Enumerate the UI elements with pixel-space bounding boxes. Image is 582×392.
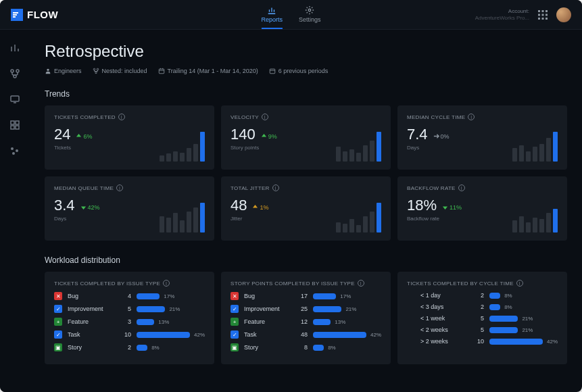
- dist-bar: [489, 316, 518, 322]
- dist-label: Feature: [244, 318, 291, 325]
- svg-rect-17: [11, 121, 14, 124]
- dist-bar: [313, 306, 341, 312]
- gear-icon: [305, 5, 314, 15]
- spark-bar: [539, 144, 544, 162]
- info-icon[interactable]: i: [358, 280, 364, 287]
- dist-count: 4: [120, 293, 131, 299]
- sparkline: [160, 132, 205, 162]
- dist-label: Story: [68, 344, 115, 351]
- spark-bar: [166, 153, 171, 162]
- dist-card: STORY POINTS COMPLETED BY ISSUE TYPE i ✕…: [221, 272, 391, 364]
- task-icon: ✓: [54, 330, 62, 339]
- dist-count: 8: [297, 344, 308, 351]
- dist-bar: [313, 293, 336, 299]
- info-icon[interactable]: i: [272, 185, 279, 191]
- filter-bar: Engineers Nested: included Trailing 14 (…: [45, 68, 567, 74]
- spark-bar: [200, 132, 205, 162]
- card-title: VELOCITY i: [231, 114, 381, 120]
- dist-count: 5: [473, 315, 484, 322]
- dist-card: TICKETS COMPLETED BY CYCLE TIME i < 1 da…: [397, 272, 567, 364]
- main-content: Retrospective Engineers Nested: included…: [30, 30, 582, 392]
- svg-rect-9: [545, 14, 548, 16]
- spark-bar: [180, 153, 185, 162]
- dist-count: 5: [120, 305, 131, 312]
- dist-pct: 42%: [194, 332, 205, 338]
- sidebar-item-activity[interactable]: [9, 42, 21, 54]
- svg-rect-12: [545, 18, 548, 20]
- dist-row: < 2 weeks 5 21%: [407, 326, 558, 333]
- metric-value: 3.4: [54, 197, 75, 214]
- nav-reports[interactable]: Reports: [261, 0, 283, 29]
- dist-count: 48: [297, 331, 308, 338]
- user-avatar[interactable]: [556, 7, 571, 22]
- filter-periods[interactable]: 6 previous periods: [269, 68, 329, 74]
- account-area: Account: AdventureWorks Pro...: [475, 7, 571, 22]
- metric-card[interactable]: MEDIAN QUEUE TIME i 3.4 42% Days: [45, 176, 214, 241]
- metric-card[interactable]: VELOCITY i 140 9% Story points: [221, 105, 391, 170]
- filter-daterange[interactable]: Trailing 14 (Mar 1 - Mar 14, 2020): [158, 68, 258, 74]
- dist-bar: [489, 339, 543, 345]
- metric-card[interactable]: TOTAL JITTER i 48 1% Jitter: [221, 176, 391, 241]
- sidebar-item-nodes[interactable]: [9, 145, 21, 157]
- spark-bar: [193, 207, 198, 232]
- sidebar-item-monitor[interactable]: [9, 93, 21, 105]
- spark-bar: [193, 144, 198, 162]
- nav-settings-label: Settings: [299, 16, 321, 23]
- svg-rect-4: [538, 10, 540, 12]
- info-icon[interactable]: i: [262, 114, 268, 120]
- dist-bar: [137, 332, 190, 338]
- info-icon[interactable]: i: [118, 114, 125, 120]
- dist-row: + Feature 12 13%: [231, 318, 381, 326]
- info-icon[interactable]: i: [116, 185, 123, 191]
- dist-label: < 1 day: [420, 292, 468, 299]
- topbar: FLOW Reports Settings Account: Adventure…: [0, 0, 582, 30]
- spark-bar: [526, 222, 531, 232]
- dist-row: ▣ Story 8 8%: [231, 343, 381, 351]
- sidebar-item-branches[interactable]: [9, 68, 21, 80]
- spark-bar: [160, 155, 164, 162]
- info-icon[interactable]: i: [516, 280, 523, 287]
- info-icon[interactable]: i: [458, 185, 465, 191]
- metric-card[interactable]: MEDIAN CYCLE TIME i 7.4 0% Days: [397, 105, 567, 170]
- svg-rect-7: [538, 14, 540, 16]
- spark-bar: [336, 147, 341, 162]
- task-icon: ✓: [231, 330, 239, 339]
- dist-pct: 21%: [169, 306, 180, 312]
- metric-value: 7.4: [407, 126, 428, 143]
- dist-count: 2: [473, 292, 484, 299]
- dist-pct: 21%: [345, 306, 356, 312]
- apps-grid-icon[interactable]: [537, 9, 548, 20]
- card-title: TOTAL JITTER i: [231, 185, 381, 191]
- sparkline: [160, 203, 205, 232]
- metric-card[interactable]: BACKFLOW RATE i 18% 11% Backflow rate: [397, 176, 567, 241]
- dist-row: ✓ Task 10 42%: [54, 330, 205, 339]
- chart-icon: [267, 5, 276, 15]
- svg-rect-11: [542, 18, 544, 20]
- dist-pct: 13%: [335, 319, 345, 325]
- spark-bar: [160, 216, 164, 232]
- svg-point-3: [309, 9, 312, 11]
- dist-count: 25: [297, 305, 308, 312]
- spark-bar: [546, 213, 551, 232]
- dist-label: Task: [68, 331, 115, 338]
- spark-bar: [546, 138, 551, 162]
- spark-bar: [173, 151, 178, 162]
- section-trends-title: Trends: [45, 89, 567, 99]
- info-icon[interactable]: i: [468, 114, 475, 120]
- brand-logo[interactable]: FLOW: [11, 9, 58, 21]
- spark-bar: [512, 220, 517, 232]
- dist-pct: 8%: [151, 345, 160, 351]
- dist-label: Task: [244, 331, 291, 338]
- dist-bar: [313, 345, 324, 351]
- metric-card[interactable]: TICKETS COMPLETED i 24 6% Tickets: [45, 105, 214, 170]
- dist-pct: 17%: [340, 293, 351, 299]
- dist-label: Bug: [68, 293, 115, 299]
- svg-point-26: [97, 68, 99, 70]
- filter-nested[interactable]: Nested: included: [93, 68, 147, 74]
- info-icon[interactable]: i: [163, 280, 170, 287]
- sidebar-item-dashboard[interactable]: [9, 119, 21, 131]
- nav-settings[interactable]: Settings: [299, 0, 321, 29]
- dist-pct: 17%: [164, 293, 174, 299]
- logo-mark-icon: [11, 9, 23, 21]
- filter-team[interactable]: Engineers: [45, 68, 82, 74]
